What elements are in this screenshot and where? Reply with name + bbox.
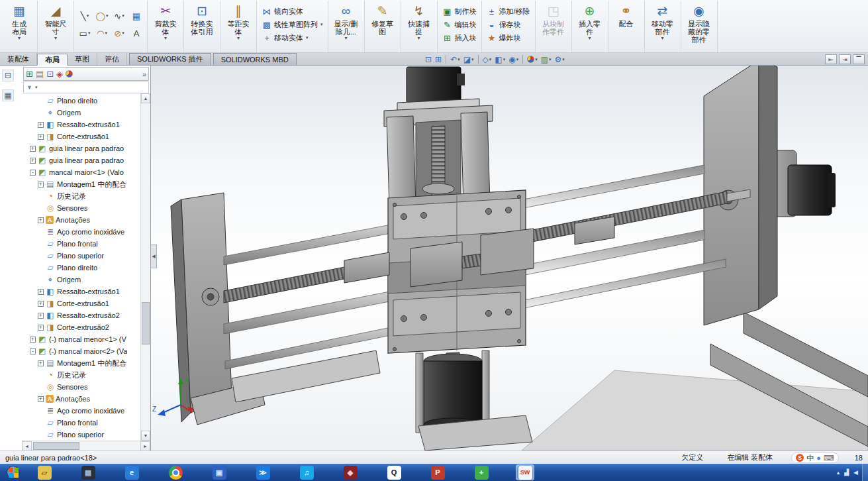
start-button[interactable] [2, 464, 24, 480]
featuremanager-tree-icon[interactable]: ⊞ [26, 70, 33, 78]
filter-dropdown-icon[interactable]: ▾ [35, 85, 38, 90]
scroll-down-icon[interactable]: ▼ [141, 431, 150, 441]
display-delete-relations-button[interactable]: ∞显示/删除几...▾ [331, 1, 362, 41]
expand-icon[interactable]: + [38, 122, 44, 128]
edit-block-button[interactable]: ✎编辑块 [440, 19, 479, 30]
pdf-reader-button[interactable]: P [428, 464, 447, 480]
network-icon[interactable]: ▟ [844, 469, 849, 476]
ime-icon-blue[interactable]: ● [816, 454, 821, 462]
tree-item[interactable]: +◧Ressalto-extrusão1 [22, 119, 140, 131]
tree-item[interactable]: ◔历史记录 [22, 369, 140, 381]
tree-item[interactable]: ≣Aço cromo inoxidáve [22, 405, 140, 417]
arc-button[interactable]: ◠▾ [94, 25, 110, 41]
tree-item[interactable]: -◩mancal maior<1> (Valo [22, 166, 140, 178]
previous-view-button[interactable]: ↶▾ [449, 54, 461, 65]
collapse-icon[interactable]: - [30, 348, 36, 354]
tree-item[interactable]: ◔历史记录 [22, 190, 140, 202]
ime-language-indicator[interactable]: 中 [806, 454, 814, 462]
tree-item[interactable]: +AAnotações [22, 393, 140, 405]
tree-item[interactable]: ⌖Origem [22, 274, 140, 286]
zoom-area-button[interactable]: ⊞ [434, 54, 443, 65]
section-view-button[interactable]: ◪▾ [462, 54, 475, 65]
mate-button[interactable]: ⚭配合 [611, 1, 642, 28]
tree-item[interactable]: +AAnotações [22, 214, 140, 226]
mirror-entities-button[interactable]: ⋈镜向实体 [260, 5, 325, 17]
solidworks-button[interactable]: SW [516, 464, 534, 480]
scroll-up-icon[interactable]: ▲ [141, 93, 150, 103]
collapsed-toolbar-icon-1[interactable]: ⊟ [2, 70, 14, 81]
make-part-from-block-button[interactable]: ◳从块制作零件 [538, 1, 569, 36]
ellipse-button[interactable]: ⊘▾ [111, 25, 127, 41]
scrollbar-thumb[interactable] [142, 302, 150, 345]
expand-icon[interactable]: + [30, 337, 36, 343]
offset-entities-button[interactable]: ∥等距实体▾ [223, 1, 254, 41]
move-entities-button[interactable]: +移动实体▾ [260, 32, 325, 44]
text-button[interactable]: A [128, 25, 144, 41]
graphics-area[interactable]: Y Z ◀ [151, 66, 868, 451]
tree-item[interactable]: ◎Sensores [22, 381, 140, 393]
sketch-pattern-button[interactable]: ▦ [128, 8, 144, 24]
tree-item[interactable]: ▱Plano superior [22, 429, 140, 441]
thunder-download-button[interactable]: ≫ [254, 464, 272, 480]
tree-item[interactable]: +◩guia linear para padrao [22, 154, 140, 166]
expand-icon[interactable]: + [38, 289, 44, 295]
tree-item[interactable]: +◩(-) mancal menor<1> (V [22, 333, 140, 345]
panel-overflow-button[interactable]: » [142, 70, 146, 78]
move-component-button[interactable]: ⇄移动零部件▾ [648, 1, 678, 41]
tab-solidworks-addins[interactable]: SOLIDWORKS 插件 [129, 53, 211, 65]
explorer-folder-button[interactable]: ▱ [35, 464, 54, 480]
tree-horizontal-scrollbar[interactable]: ◄ ► [22, 441, 150, 451]
show-hidden-components-button[interactable]: ◉显示隐藏的零部件 [684, 1, 714, 44]
display-manager-icon[interactable] [66, 70, 73, 78]
scrollbar-track[interactable] [141, 103, 150, 431]
chrome-browser-button[interactable] [166, 464, 185, 480]
trim-entities-button[interactable]: ✂剪裁实体▾ [150, 1, 181, 41]
property-manager-icon[interactable]: ▤ [36, 70, 44, 78]
qq-button[interactable]: Q [385, 464, 403, 480]
expand-icon[interactable]: + [38, 217, 44, 223]
qq-music-button[interactable]: ♫ [297, 464, 316, 480]
quick-snaps-button[interactable]: ↯快速捕捉▾ [404, 1, 434, 41]
insert-block-button[interactable]: ⊞插入块 [440, 32, 479, 44]
tab-solidworks-mbd[interactable]: SOLIDWORKS MBD [213, 53, 297, 65]
view-orientation-button[interactable]: ◇▾ [481, 54, 493, 65]
internet-explorer-button[interactable]: e [122, 464, 141, 480]
tree-item[interactable]: ⌖Origem [22, 107, 140, 119]
tree-item[interactable]: +▤Montagem1 中的配合 [22, 178, 140, 190]
tab-layout[interactable]: 布局 [37, 54, 68, 66]
tree-item[interactable]: ▱Plano direito [22, 262, 140, 274]
circle-button[interactable]: ◯▾ [94, 8, 110, 24]
expand-icon[interactable]: + [38, 134, 44, 140]
tab-evaluate[interactable]: 评估 [97, 53, 127, 65]
make-block-button[interactable]: ▣制作块 [440, 5, 479, 17]
tree-item[interactable]: +◨Corte-extrusão2 [22, 321, 140, 333]
display-style-button[interactable]: ◧▾ [493, 54, 506, 65]
panel-splitter-handle[interactable]: ◀ [151, 244, 157, 268]
explode-block-button[interactable]: ★爆炸块 [485, 32, 532, 44]
tree-item[interactable]: ▱Plano frontal [22, 238, 140, 250]
collapse-icon[interactable]: - [30, 170, 36, 176]
expand-icon[interactable]: + [38, 182, 44, 187]
app-dark-button[interactable]: ▦ [79, 464, 97, 480]
tree-item[interactable]: ◎Sensores [22, 202, 140, 214]
collapse-toolbar-button[interactable]: ▔ [853, 54, 865, 64]
configuration-manager-icon[interactable]: ⊡ [46, 70, 54, 78]
expand-panes-button[interactable]: ⇥ [839, 54, 851, 64]
expand-icon[interactable]: + [38, 360, 44, 366]
edit-appearance-button[interactable]: ▾ [526, 54, 539, 65]
expand-icon[interactable]: + [30, 146, 36, 152]
tree-item[interactable]: ≣Aço cromo inoxidáve [22, 226, 140, 238]
tree-item[interactable]: +▤Montagem1 中的配合 [22, 357, 140, 369]
spline-button[interactable]: ∿▾ [111, 8, 127, 24]
collapsed-toolbar-icon-2[interactable]: ▦ [2, 89, 14, 101]
expand-icon[interactable]: + [38, 301, 44, 307]
expand-icon[interactable]: + [38, 313, 44, 319]
tree-filter[interactable]: ▼ ▾ [23, 81, 149, 93]
hide-show-items-button[interactable]: ◉▾ [507, 54, 520, 65]
tree-item[interactable]: ▱Plano direito [22, 95, 140, 107]
sogou-input-icon[interactable]: S [796, 454, 804, 462]
ime-keyboard-icon[interactable]: ⌨ [824, 454, 834, 462]
tree-item[interactable]: +◨Corte-extrusão1 [22, 131, 140, 142]
tree-item[interactable]: +◧Ressalto-extrusão1 [22, 286, 140, 297]
app-red-button[interactable]: ◆ [341, 464, 360, 480]
